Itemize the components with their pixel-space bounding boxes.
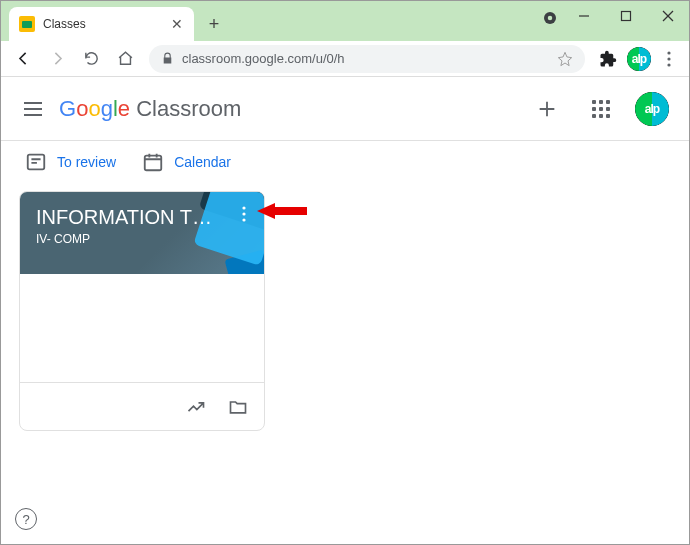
class-card-footer xyxy=(20,382,264,430)
action-bar: To review Calendar xyxy=(1,141,689,183)
browser-profile-avatar[interactable]: alp xyxy=(627,47,651,71)
trending-icon xyxy=(186,397,206,417)
lock-icon xyxy=(161,52,174,65)
nav-forward-button[interactable] xyxy=(43,45,71,73)
window-maximize-button[interactable] xyxy=(605,1,647,31)
class-section: IV- COMP xyxy=(36,232,248,246)
create-join-button[interactable] xyxy=(527,89,567,129)
svg-rect-10 xyxy=(145,156,162,171)
folder-icon xyxy=(228,397,248,417)
app-name: Classroom xyxy=(136,96,241,121)
class-grid: INFORMATION TECH... IV- COMP xyxy=(1,183,689,439)
class-card[interactable]: INFORMATION TECH... IV- COMP xyxy=(19,191,265,431)
svg-point-1 xyxy=(548,16,553,21)
folder-button[interactable] xyxy=(222,391,254,423)
svg-point-12 xyxy=(242,212,245,215)
browser-toolbar: classroom.google.com/u/0/h alp xyxy=(1,41,689,77)
nav-back-button[interactable] xyxy=(9,45,37,73)
to-review-link[interactable]: To review xyxy=(25,151,116,173)
tab-title: Classes xyxy=(43,17,162,31)
trending-button[interactable] xyxy=(180,391,212,423)
classroom-favicon xyxy=(19,16,35,32)
browser-menu-button[interactable] xyxy=(657,51,681,67)
class-options-button[interactable] xyxy=(234,204,254,224)
browser-title-bar: Classes ✕ + xyxy=(1,1,689,41)
svg-rect-3 xyxy=(622,12,631,21)
svg-point-6 xyxy=(667,51,670,54)
address-bar[interactable]: classroom.google.com/u/0/h xyxy=(149,45,585,73)
svg-point-13 xyxy=(242,218,245,221)
app-logo[interactable]: Google Classroom xyxy=(59,96,241,122)
browser-tab[interactable]: Classes ✕ xyxy=(9,7,194,41)
tab-close-icon[interactable]: ✕ xyxy=(170,17,184,31)
new-tab-button[interactable]: + xyxy=(200,10,228,38)
calendar-link[interactable]: Calendar xyxy=(142,151,231,173)
nav-reload-button[interactable] xyxy=(77,45,105,73)
account-indicator-icon[interactable] xyxy=(541,9,559,27)
extensions-button[interactable] xyxy=(595,46,621,72)
svg-point-7 xyxy=(667,57,670,60)
nav-home-button[interactable] xyxy=(111,45,139,73)
google-apps-button[interactable] xyxy=(581,89,621,129)
class-title: INFORMATION TECH... xyxy=(36,206,216,229)
list-icon xyxy=(25,151,47,173)
calendar-icon xyxy=(142,151,164,173)
window-minimize-button[interactable] xyxy=(563,1,605,31)
svg-point-8 xyxy=(667,63,670,66)
apps-grid-icon xyxy=(592,100,610,118)
more-vert-icon xyxy=(242,206,246,222)
window-controls xyxy=(563,1,689,31)
main-menu-button[interactable] xyxy=(21,97,45,121)
window-close-button[interactable] xyxy=(647,1,689,31)
class-card-body xyxy=(20,274,264,382)
svg-point-11 xyxy=(242,206,245,209)
to-review-label: To review xyxy=(57,154,116,170)
url-text: classroom.google.com/u/0/h xyxy=(182,51,549,66)
class-card-header[interactable]: INFORMATION TECH... IV- COMP xyxy=(20,192,264,274)
calendar-label: Calendar xyxy=(174,154,231,170)
account-avatar[interactable]: alp xyxy=(635,92,669,126)
help-button[interactable]: ? xyxy=(15,508,37,530)
app-header: Google Classroom alp xyxy=(1,77,689,141)
bookmark-star-icon[interactable] xyxy=(557,51,573,67)
